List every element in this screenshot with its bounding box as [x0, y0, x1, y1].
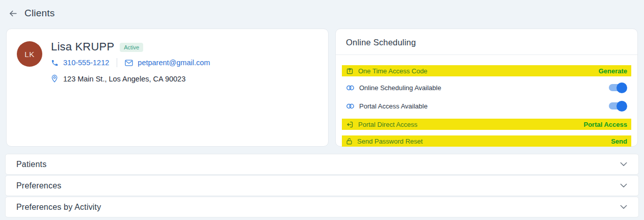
status-badge: Active: [120, 43, 143, 52]
divider: [117, 58, 117, 67]
send-password-reset-label: Send Password Reset: [357, 138, 423, 145]
generate-code-icon: [346, 67, 354, 75]
accordion-label: Patients: [16, 160, 620, 169]
link-icon: [346, 103, 355, 109]
client-card: LK Lisa KRUPP Active 310-555-1212: [6, 29, 329, 147]
portal-access-button[interactable]: Portal Access: [583, 121, 627, 128]
client-name: Lisa KRUPP: [51, 40, 114, 53]
link-icon: [346, 85, 355, 91]
portal-access-available-label: Portal Access Available: [359, 102, 427, 110]
phone-number: 310-555-1212: [63, 59, 109, 67]
accordion-patients[interactable]: Patients: [5, 154, 639, 175]
avatar: LK: [17, 41, 42, 67]
address-row: 123 Main St., Los Angeles, CA 90023: [51, 74, 210, 83]
one-time-access-code-label: One Time Access Code: [358, 67, 427, 75]
page-header: Clients: [0, 0, 644, 21]
online-scheduling-header: Online Scheduling: [336, 29, 637, 55]
chevron-down-icon: [620, 183, 627, 188]
accordion-list: Patients Preferences Preferences by Acti…: [5, 154, 639, 218]
portal-access-available-row: Portal Access Available: [342, 100, 631, 112]
online-scheduling-available-row: Online Scheduling Available: [342, 82, 631, 93]
online-scheduling-card: Online Scheduling One Time Access Code G…: [335, 29, 638, 147]
online-scheduling-title: Online Scheduling: [346, 38, 416, 47]
address-text: 123 Main St., Los Angeles, CA 90023: [63, 75, 185, 83]
send-button[interactable]: Send: [611, 138, 627, 145]
online-scheduling-toggle[interactable]: [609, 84, 626, 91]
portal-direct-access-label: Portal Direct Access: [358, 121, 417, 128]
email-link[interactable]: petparent@gmail.com: [125, 59, 210, 67]
page-title: Clients: [24, 8, 55, 19]
phone-link[interactable]: 310-555-1212: [51, 59, 109, 67]
accordion-preferences-by-activity[interactable]: Preferences by Activity: [5, 197, 639, 217]
accordion-preferences[interactable]: Preferences: [5, 175, 639, 196]
back-arrow-icon[interactable]: [8, 9, 18, 18]
chevron-down-icon: [620, 205, 627, 209]
accordion-label: Preferences: [16, 181, 620, 190]
portal-login-icon: [346, 121, 354, 128]
accordion-label: Preferences by Activity: [16, 203, 620, 212]
location-pin-icon: [51, 74, 58, 83]
one-time-access-code-row: One Time Access Code Generate: [342, 65, 631, 76]
unlock-icon: [346, 138, 353, 145]
chevron-down-icon: [620, 162, 627, 167]
email-address: petparent@gmail.com: [138, 59, 210, 67]
online-scheduling-available-label: Online Scheduling Available: [359, 84, 441, 92]
portal-access-toggle[interactable]: [609, 102, 626, 109]
phone-icon: [51, 59, 59, 67]
send-password-reset-row: Send Password Reset Send: [342, 135, 631, 147]
cards-row: LK Lisa KRUPP Active 310-555-1212: [6, 29, 638, 147]
generate-button[interactable]: Generate: [599, 67, 627, 75]
envelope-icon: [125, 60, 133, 66]
portal-direct-access-row: Portal Direct Access Portal Access: [342, 119, 631, 130]
